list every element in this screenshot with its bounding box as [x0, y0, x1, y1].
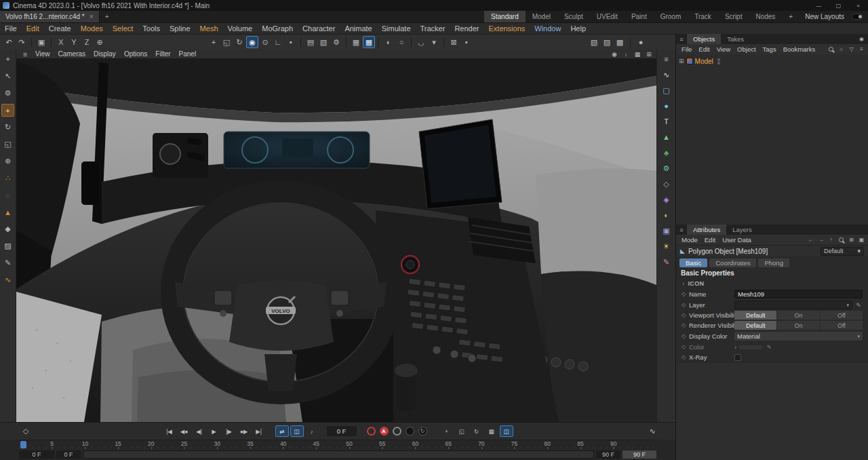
option-off[interactable]: Off — [821, 321, 863, 330]
filter-icon[interactable]: ▽ — [847, 45, 856, 54]
axis-tool-icon[interactable]: ⊕ — [1, 155, 14, 168]
layer-browser-icon[interactable]: ✎ — [854, 302, 863, 309]
menu-item-filter[interactable]: Filter — [151, 50, 174, 58]
modeling-axis-icon[interactable]: ⊙ — [259, 36, 271, 48]
menu-item-user-data[interactable]: User Data — [719, 236, 755, 244]
history-back-icon[interactable]: ← — [806, 236, 815, 244]
option-on[interactable]: On — [777, 311, 819, 320]
name-input[interactable]: Mesh109 — [734, 290, 863, 299]
landscape-object-icon[interactable]: ▲ — [660, 132, 673, 142]
menu-item-cameras[interactable]: Cameras — [54, 50, 90, 58]
model-mode-icon[interactable]: ◆ — [1, 223, 14, 235]
menu-item-tracker[interactable]: Tracker — [416, 24, 450, 33]
timeline-scrollbar[interactable] — [83, 451, 594, 459]
menu-item-select[interactable]: Select — [108, 24, 138, 33]
modeling-lock-icon[interactable]: ▪ — [460, 36, 473, 48]
field-object-icon[interactable]: ◈ — [660, 194, 673, 205]
tab-uvedit[interactable]: UVEdit — [590, 11, 625, 22]
snap-settings-icon[interactable]: ▾ — [428, 36, 440, 48]
expander-icon[interactable]: ⊞ — [679, 58, 684, 64]
tab-basic[interactable]: Basic — [679, 258, 707, 267]
next-frame-button[interactable]: |▶ — [222, 425, 236, 437]
tree-object-icon[interactable]: ♣ — [660, 147, 673, 158]
polygons-mode-icon[interactable]: ▲ — [1, 206, 14, 218]
shading-sphere-icon[interactable]: ◐ — [382, 36, 395, 48]
grid-toggle-icon[interactable]: ▦ — [350, 36, 362, 48]
menu-item-mode[interactable]: Mode — [678, 236, 701, 244]
paint-icon[interactable]: ✎ — [660, 256, 673, 267]
option-off[interactable]: Off — [821, 311, 863, 320]
sound-toggle[interactable]: ♪ — [305, 425, 319, 437]
add-document-tab-button[interactable]: + — [100, 11, 115, 22]
fcurve-button[interactable]: ∿ — [646, 425, 659, 438]
menu-item-mesh[interactable]: Mesh — [195, 24, 223, 33]
scale-tool-icon[interactable]: ◱ — [1, 138, 14, 151]
menu-item-character[interactable]: Character — [298, 24, 340, 33]
viewport-visibility-dot[interactable] — [717, 58, 720, 61]
go-to-end-button[interactable]: ▶| — [252, 425, 266, 437]
menu-item-view[interactable]: View — [31, 50, 54, 58]
tab-phong[interactable]: Phong — [758, 258, 789, 267]
menu-item-bookmarks[interactable]: Bookmarks — [780, 45, 819, 53]
xray-checkbox[interactable] — [734, 354, 741, 361]
render-visibility-dot[interactable] — [717, 62, 720, 64]
workplane-toggle-icon[interactable]: ▦ — [363, 36, 375, 48]
timeline-end-field[interactable]: 90 F — [623, 451, 656, 459]
tab-coordinates[interactable]: Coordinates — [709, 258, 756, 267]
keyframe-dot-icon[interactable]: ◇ — [680, 354, 687, 360]
menu-item-options[interactable]: Options — [120, 50, 151, 58]
preview-start-field[interactable]: 0 F — [56, 451, 81, 459]
timeline-start-field[interactable]: 0 F — [19, 451, 54, 459]
play-button[interactable]: ▶ — [208, 425, 221, 437]
render-region-icon[interactable]: ▨ — [601, 36, 613, 48]
scale-tool-icon[interactable]: ◱ — [220, 36, 233, 48]
menu-item-window[interactable]: Window — [530, 24, 566, 33]
deformer-icon[interactable]: ◇ — [660, 178, 673, 189]
search-icon[interactable] — [827, 45, 835, 54]
light-icon[interactable]: ☀ — [660, 241, 673, 252]
tab-attributes[interactable]: Attributes — [687, 225, 726, 235]
object-label[interactable]: Model — [695, 58, 713, 65]
redo-icon[interactable]: ↷ — [16, 36, 28, 48]
render-view-icon[interactable]: ▤ — [304, 36, 317, 48]
keyframe-dot-icon[interactable]: ◇ — [680, 333, 687, 339]
camera-view-icon[interactable]: ◉ — [610, 50, 619, 58]
spline-pen-tool-icon[interactable]: ∿ — [1, 273, 14, 286]
set-keyframe-button[interactable]: ◇ — [19, 425, 33, 438]
menu-item-view[interactable]: View — [713, 45, 734, 53]
menu-item-panel[interactable]: Panel — [175, 50, 201, 58]
menu-item-modes[interactable]: Modes — [76, 24, 108, 33]
close-button[interactable]: × — [848, 0, 868, 11]
menu-item-display[interactable]: Display — [90, 50, 120, 58]
path-icon[interactable]: ⌂ — [837, 45, 846, 54]
grid-view-icon[interactable]: ▦ — [633, 50, 642, 58]
close-tab-icon[interactable]: × — [90, 13, 94, 20]
layer-dropdown[interactable]: ▾ — [734, 301, 852, 309]
keyframe-selection-button[interactable] — [393, 427, 401, 436]
next-key-button[interactable]: ●▶ — [237, 425, 251, 437]
record-parameter-toggle[interactable]: ▦ — [485, 425, 498, 437]
tab-groom[interactable]: Groom — [654, 11, 688, 22]
lock-y-button[interactable]: Y — [68, 36, 80, 48]
timeline-playhead[interactable] — [20, 441, 26, 448]
spline-pen-icon[interactable]: ∿ — [660, 69, 673, 80]
minimize-button[interactable]: — — [809, 0, 829, 11]
sphere-object-icon[interactable]: ● — [660, 100, 673, 111]
layout-switch-toggle[interactable] — [852, 14, 863, 20]
selection-settings-icon[interactable]: ⚙ — [1, 87, 14, 100]
tab-sculpt[interactable]: Sculpt — [557, 11, 590, 22]
autokey-button[interactable]: A — [380, 427, 389, 436]
cube-object-icon[interactable]: ▢ — [660, 85, 673, 96]
color-swatch-icon[interactable]: ▪ — [285, 36, 297, 48]
go-to-start-button[interactable]: |◀ — [163, 425, 176, 437]
option-default[interactable]: Default — [734, 311, 776, 320]
add-layout-tab[interactable]: + — [782, 11, 800, 22]
axis-lock-icon[interactable]: ⊠ — [448, 36, 460, 48]
undo-icon[interactable]: ↶ — [3, 36, 15, 48]
text-object-icon[interactable]: T — [660, 116, 673, 127]
parent-object-icon[interactable]: ↑ — [827, 236, 835, 244]
keyframe-dot-icon[interactable]: ◇ — [680, 322, 687, 328]
rotate-tool-icon[interactable]: ↻ — [233, 36, 245, 48]
lock-x-button[interactable]: X — [55, 36, 67, 48]
record-rotation-toggle[interactable]: ↻ — [470, 425, 484, 437]
